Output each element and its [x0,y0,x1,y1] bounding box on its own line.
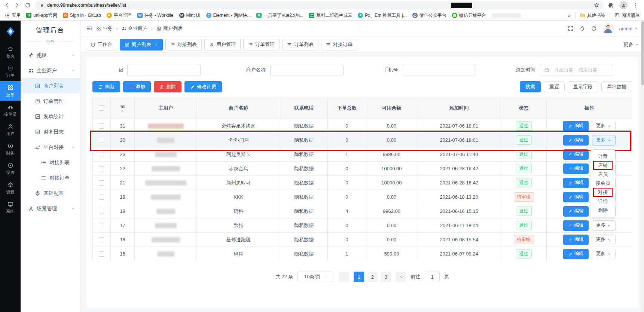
sidebar-item-scene-manage[interactable]: 场景管理 [21,201,80,216]
breadcrumb-merchant-list[interactable]: 商户列表 [156,25,183,32]
bookmark-px-em[interactable]: PPx、Em 换算工具 |... [358,12,407,19]
other-bookmarks-button[interactable]: 其他书签 [580,12,605,19]
reset-button[interactable]: 重置 [544,81,565,92]
bookmark-element[interactable]: EElement - 网站快... [206,12,251,19]
row-checkbox[interactable] [99,209,104,214]
more-button[interactable]: 更多 [592,121,616,131]
reload-icon[interactable] [25,2,31,8]
back-icon[interactable] [4,2,10,8]
row-checkbox[interactable] [99,180,104,186]
prev-page-button[interactable]: ‹ [339,272,349,282]
dropdown-item-detail[interactable]: 详情 [591,197,615,206]
bookmark-gitlab[interactable]: GSign in · GitLab [63,13,101,18]
rail-item-business[interactable]: 业务 [0,81,21,101]
fullscreen-icon[interactable] [568,25,574,31]
dropdown-item-connect[interactable]: 对接 [591,188,615,197]
more-button[interactable]: 更多 [592,249,616,259]
more-button[interactable]: 更多 [592,220,616,231]
rail-item-channel[interactable]: 渠道 [0,159,21,178]
scrollbar-thumb[interactable] [641,21,644,85]
refresh-page-icon[interactable] [591,25,597,31]
tab-user-manage[interactable]: 用户管理 [204,39,241,51]
delete-button[interactable]: 删除 [154,81,181,92]
menu-dots-icon[interactable] [633,2,639,8]
more-button[interactable]: 更多 [592,135,616,146]
tab-order-list[interactable]: 订单列表 [282,39,318,51]
row-checkbox[interactable] [99,195,104,200]
bookmark-apps[interactable]: 应用 [4,12,21,19]
dropdown-item-delete[interactable]: 删除 [591,206,615,215]
page-size-select[interactable]: 10条/页 [297,272,334,282]
page-button-3[interactable]: 3 [381,272,391,282]
sidebar-item-merchant-list[interactable]: 商户列表 [21,78,80,94]
sidebar-item-base-config[interactable]: 基础配置 [21,186,80,201]
scrollbar[interactable] [641,21,644,312]
show-fields-button[interactable]: 显示字段 [568,81,598,92]
menu-fold-icon[interactable] [86,25,92,31]
edit-button[interactable]: 编辑 [563,206,589,217]
edit-button[interactable]: 编辑 [563,220,589,231]
app-logo[interactable] [5,26,16,37]
tab-order-manage[interactable]: 订单管理 [243,39,280,51]
close-icon[interactable] [154,43,158,46]
filter-input-phone[interactable] [403,64,476,76]
row-checkbox[interactable] [99,251,104,257]
forward-icon[interactable] [14,2,20,8]
edit-button[interactable]: 编辑 [563,235,589,245]
edit-button[interactable]: 编辑 [563,149,589,160]
edit-button[interactable]: 编辑 [563,178,589,188]
rail-item-home[interactable]: 首页 [0,42,21,62]
breadcrumb-enterprise-merchant[interactable]: 企业商户 [122,25,148,32]
bookmark-star-icon[interactable] [594,3,599,8]
url-bar[interactable]: demo.99make.com/business/seller/list [35,1,604,9]
edit-button[interactable]: 编辑 [563,135,589,146]
profile-icon[interactable] [619,1,628,9]
filter-input-merchant-name[interactable] [270,64,344,76]
dropdown-item-courier[interactable]: 接单员 [591,179,615,188]
tab-workbench[interactable]: 工作台 [86,39,117,51]
page-button-2[interactable]: 2 [367,272,378,282]
bookmark-wechat-mp[interactable]: 公微信公众平台 [412,12,446,19]
user-menu[interactable]: admin [619,26,638,31]
tab-merchant-list[interactable]: 商户列表 [120,39,163,51]
avatar[interactable] [602,23,614,34]
breadcrumb-business[interactable]: 业务 [96,25,113,32]
sidebar-item-connect-order[interactable]: 对接订单 [21,170,80,186]
dropdown-item-billing[interactable]: 计费 [591,152,615,161]
dropdown-item-clerk[interactable]: 店员 [591,170,615,179]
sidebar-item-finance-log[interactable]: 财务日志 [21,124,80,140]
rail-item-orders[interactable]: 订单 [0,62,21,81]
next-page-button[interactable]: › [396,272,406,282]
edit-button[interactable]: 编辑 [563,121,589,131]
sort-carets-icon[interactable] [121,110,123,113]
bookmark-platform-admin[interactable]: P平台管理 [107,12,132,19]
sidebar-item-order-manage[interactable]: 订单管理 [21,94,80,109]
column-header-checkbox[interactable] [93,97,111,119]
rail-item-settings[interactable]: 设置 [0,178,21,198]
row-checkbox[interactable] [99,237,104,242]
edit-button[interactable]: 编辑 [563,192,589,202]
edit-button[interactable]: 编辑 [563,163,589,174]
theme-icon[interactable] [579,25,585,31]
tab-connect-order[interactable]: 对接订单 [321,39,357,51]
page-button-1[interactable]: 1 [354,272,364,282]
filter-input-id[interactable] [127,64,201,76]
sidebar-item-platform-connect[interactable]: 平台对接 [21,140,80,155]
bookmark-mint-ui[interactable]: MMint UI [179,13,201,18]
bookmark-qrcode[interactable]: 二草料二维码生成器 [309,12,352,19]
goto-page-input[interactable] [425,272,440,282]
sidebar-item-errand[interactable]: 跑腿 [21,48,80,63]
export-data-button[interactable]: 导出数据 [601,81,632,92]
refresh-button[interactable]: 刷新 [92,81,120,92]
rail-item-users[interactable]: 用户 [0,120,21,140]
sidebar-item-enterprise-merchant[interactable]: 企业商户 [21,63,80,78]
bookmarks-overflow-chevron[interactable]: » [568,12,571,18]
dropdown-item-shop[interactable]: 店铺 [591,161,615,170]
row-checkbox[interactable] [99,123,104,129]
header-checkbox[interactable] [99,105,104,111]
extensions-icon[interactable] [608,2,614,8]
rail-item-finance[interactable]: 财务 [0,140,21,159]
more-button[interactable]: 更多 [592,235,616,245]
sidebar-item-connect-list[interactable]: 对接列表 [21,155,80,170]
tabs-more-button[interactable]: 更多 [623,41,639,48]
